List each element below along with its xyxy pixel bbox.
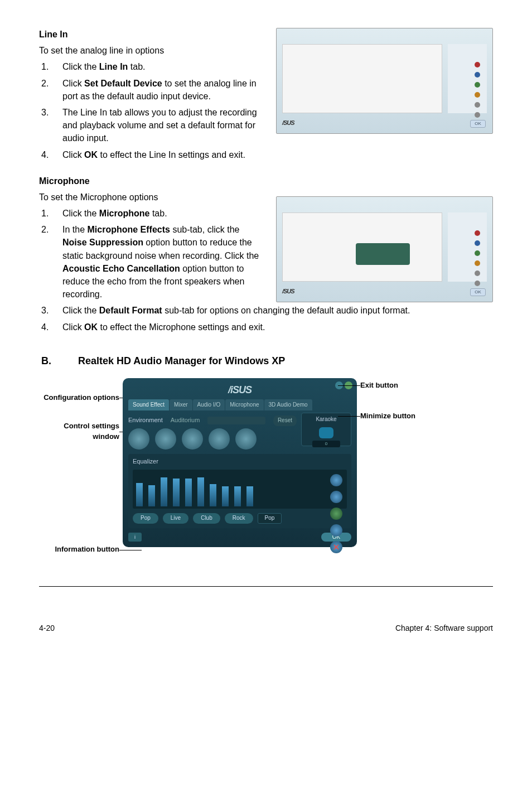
eq-delete-icon[interactable]: ✕: [330, 541, 342, 553]
port-dot-icon: [475, 250, 480, 256]
callout-minimize-button: Minimize button: [360, 411, 452, 422]
eq-slider[interactable]: [222, 486, 229, 506]
step-text: In the Microphone Effects sub-tab, click…: [62, 223, 265, 301]
step-text: The Line In tab allows you to adjust the…: [62, 106, 265, 145]
step-number: 3.: [39, 106, 62, 145]
karaoke-label: Karaoke: [304, 416, 349, 424]
line-in-heading: Line In: [39, 28, 265, 41]
equalizer-bars[interactable]: ✕: [133, 470, 347, 509]
microphone-step-4: 4. Click OK to effect the Microphone set…: [39, 321, 493, 334]
page-footer: 4-20 Chapter 4: Software support: [39, 617, 493, 634]
callout-line-icon: [119, 550, 142, 550]
callout-line-icon: [338, 385, 360, 386]
port-dot-icon: [475, 72, 480, 78]
line-in-screenshot: /SUS OK: [276, 28, 493, 134]
environment-dropdown[interactable]: [207, 417, 265, 424]
asus-logo: /iSUS: [128, 383, 351, 397]
port-dot-icon: [475, 281, 480, 286]
asus-logo: /SUS: [282, 119, 294, 128]
line-in-step-2: 2. Click Set Default Device to set the a…: [39, 77, 265, 103]
preset-dropdown[interactable]: Pop: [258, 513, 282, 524]
step-number: 1.: [39, 207, 62, 220]
thumb-ok-button: OK: [470, 120, 486, 128]
port-dot-icon: [475, 92, 480, 98]
step-number: 2.: [39, 77, 62, 103]
microphone-step-1: 1. Click the Microphone tab.: [39, 207, 265, 220]
port-dot-icon: [475, 112, 480, 118]
reset-button[interactable]: Reset: [273, 416, 297, 426]
callouts-right: Exit button Minimize button: [357, 378, 452, 432]
eq-slider[interactable]: [210, 484, 216, 506]
thumb-ok-button: OK: [470, 288, 486, 296]
step-number: 1.: [39, 60, 62, 73]
step-text: Click OK to effect the Line In settings …: [62, 148, 493, 161]
eq-slider[interactable]: [197, 477, 204, 506]
eq-slider[interactable]: [148, 485, 155, 506]
tab-mixer[interactable]: Mixer: [170, 399, 192, 411]
preset-live[interactable]: Live: [163, 513, 188, 524]
eq-save-icon[interactable]: [330, 491, 342, 503]
eq-folder-icon[interactable]: [330, 524, 342, 537]
eq-lock-icon[interactable]: [330, 474, 342, 486]
callout-exit-button: Exit button: [360, 380, 452, 391]
preset-rock[interactable]: Rock: [225, 513, 253, 524]
thumb-port-dots: [475, 230, 480, 286]
line-in-section: Line In To set the analog line in option…: [39, 28, 493, 161]
step-text: Click the Microphone tab.: [62, 207, 265, 220]
preset-club[interactable]: Club: [193, 513, 220, 524]
karaoke-value[interactable]: 0: [312, 441, 340, 447]
eq-side-buttons: ✕: [330, 474, 342, 553]
eq-slider[interactable]: [136, 483, 143, 506]
preset-pop[interactable]: Pop: [133, 513, 158, 524]
step-text: Click the Line In tab.: [62, 60, 265, 73]
xp-diagram: Configuration options Control settings w…: [39, 378, 493, 558]
equalizer-box: Equalizer: [128, 454, 351, 528]
information-button[interactable]: i: [128, 533, 142, 542]
step-number: 3.: [39, 304, 62, 317]
section-b-title: Realtek HD Audio Manager for Windows XP: [78, 354, 285, 368]
line-in-steps-continued: 4. Click OK to effect the Line In settin…: [39, 148, 493, 161]
xp-tabs: Sound Effect Mixer Audio I/O Microphone …: [128, 399, 351, 411]
section-b: B. Realtek HD Audio Manager for Windows …: [39, 354, 493, 558]
env-preset-icon[interactable]: [235, 428, 257, 450]
line-in-step-3: 3. The Line In tab allows you to adjust …: [39, 106, 265, 145]
microphone-steps: 1. Click the Microphone tab. 2. In the M…: [39, 207, 265, 301]
thumb-content-area: [282, 44, 442, 113]
equalizer-label: Equalizer: [133, 457, 347, 466]
line-in-step-1: 1. Click the Line In tab.: [39, 60, 265, 73]
callouts-left: Configuration options Control settings w…: [39, 378, 123, 558]
environment-row: Environment Auditorium Reset: [128, 415, 297, 426]
env-preset-icon[interactable]: [128, 428, 149, 450]
step-text: Click OK to effect the Microphone settin…: [62, 321, 493, 334]
tab-3d-audio-demo[interactable]: 3D Audio Demo: [264, 399, 312, 411]
eq-slider[interactable]: [234, 486, 241, 506]
asus-logo: /SUS: [282, 287, 294, 296]
callout-line-icon: [338, 416, 360, 417]
microphone-screenshot: /SUS OK: [276, 196, 493, 302]
callout-information-button: Information button: [39, 544, 119, 555]
microphone-intro: To set the Microphone options: [39, 191, 265, 204]
env-preset-icon[interactable]: [209, 428, 230, 450]
eq-slider[interactable]: [246, 486, 253, 506]
thumb-content-area: [282, 212, 442, 282]
microphone-preview-image: [356, 243, 410, 265]
eq-slider[interactable]: [173, 479, 180, 506]
eq-slider[interactable]: [161, 477, 167, 506]
tab-audio-io[interactable]: Audio I/O: [193, 399, 225, 411]
section-b-label: B.: [39, 354, 78, 368]
eq-slider[interactable]: [185, 479, 192, 506]
step-number: 2.: [39, 223, 62, 301]
env-preset-icon[interactable]: [155, 428, 176, 450]
port-dot-icon: [475, 260, 480, 266]
eq-power-icon[interactable]: [330, 508, 342, 520]
page-number: 4-20: [39, 622, 55, 634]
microphone-step-2: 2. In the Microphone Effects sub-tab, cl…: [39, 223, 265, 301]
step-text: Click Set Default Device to set the anal…: [62, 77, 265, 103]
tab-sound-effect[interactable]: Sound Effect: [128, 399, 169, 411]
microphone-heading: Microphone: [39, 175, 493, 187]
thumb-port-dots: [475, 62, 480, 118]
env-preset-icon[interactable]: [182, 428, 203, 450]
tab-microphone[interactable]: Microphone: [225, 399, 263, 411]
karaoke-icon[interactable]: [319, 427, 333, 438]
port-dot-icon: [475, 230, 480, 236]
